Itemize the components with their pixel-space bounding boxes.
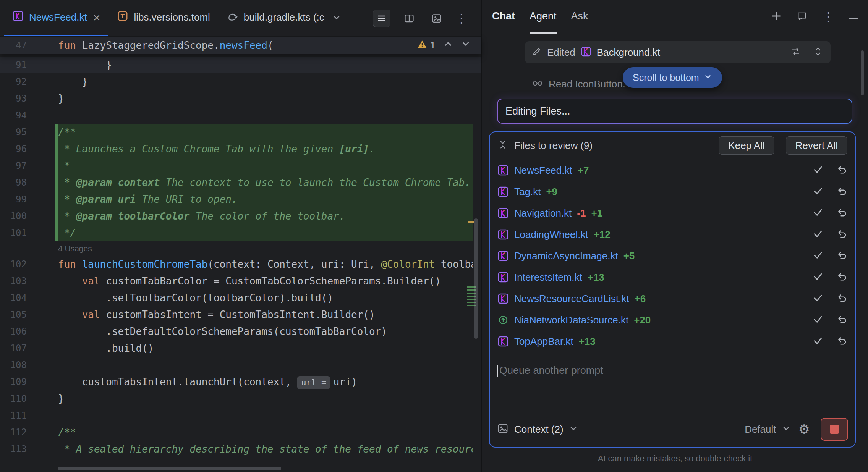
code-line[interactable]: 98 * @param context The context to use t… <box>0 174 481 191</box>
image-preview-icon[interactable] <box>428 10 445 27</box>
editor-vertical-scrollbar[interactable] <box>474 218 478 339</box>
file-link[interactable]: DynamicAsyncImage.kt <box>514 250 618 262</box>
add-image-icon[interactable] <box>497 422 509 436</box>
code-line[interactable]: 93} <box>0 90 481 107</box>
gear-icon[interactable]: ⚙ <box>798 423 810 436</box>
revert-file-icon[interactable] <box>836 207 847 220</box>
code-line[interactable]: 105 val customTabsIntent = CustomTabsInt… <box>0 306 481 323</box>
line-number[interactable]: 93 <box>0 90 27 107</box>
accept-check-icon[interactable] <box>812 185 824 198</box>
chevron-down-icon[interactable] <box>782 424 791 435</box>
kebab-menu-icon[interactable]: ⋮ <box>455 12 468 24</box>
revert-file-icon[interactable] <box>836 249 847 262</box>
accept-check-icon[interactable] <box>812 228 824 241</box>
line-number[interactable]: 110 <box>0 390 27 407</box>
revert-all-button[interactable]: Revert All <box>786 136 847 155</box>
line-number[interactable]: 105 <box>0 306 27 323</box>
file-review-row[interactable]: TopAppBar.kt+13 <box>490 331 855 352</box>
code-line[interactable]: 101 */ <box>0 225 481 241</box>
file-review-row[interactable]: NiaNetworkDataSource.kt+20 <box>490 309 855 331</box>
new-chat-icon[interactable] <box>771 11 782 23</box>
accept-check-icon[interactable] <box>812 249 824 262</box>
code-line[interactable]: 100 * @param toolbarColor The color of t… <box>0 208 481 225</box>
file-review-row[interactable]: LoadingWheel.kt+12 <box>490 224 855 245</box>
tab-newsfeed[interactable]: NewsFeed.kt × <box>4 0 108 36</box>
prompt-input[interactable]: Queue another prompt <box>490 356 855 415</box>
line-number[interactable]: 91 <box>0 57 27 73</box>
line-number[interactable]: 113 <box>0 441 27 457</box>
model-selector[interactable]: Default <box>745 424 776 435</box>
sticky-context-line[interactable]: 47 fun LazyStaggeredGridScope.newsFeed( … <box>0 37 481 54</box>
line-number[interactable]: 95 <box>0 124 27 141</box>
line-number[interactable]: 102 <box>0 256 27 273</box>
context-selector[interactable]: Context (2) <box>514 424 564 435</box>
close-icon[interactable]: × <box>93 11 100 24</box>
line-number[interactable]: 107 <box>0 340 27 357</box>
file-review-row[interactable]: NewsFeed.kt+7 <box>490 160 855 181</box>
line-number[interactable]: 104 <box>0 289 27 306</box>
file-review-row[interactable]: NewsResourceCardList.kt+6 <box>490 288 855 309</box>
revert-file-icon[interactable] <box>836 314 847 327</box>
code-line[interactable]: 91 } <box>0 57 481 73</box>
file-review-row[interactable]: InterestsItem.kt+13 <box>490 267 855 288</box>
code-line[interactable]: 104 .setToolbarColor(toolbarColor).build… <box>0 289 481 306</box>
read-file-row[interactable]: Read IconButton. <box>532 76 625 92</box>
chat-history-icon[interactable] <box>796 10 808 23</box>
file-link[interactable]: Tag.kt <box>514 186 541 198</box>
code-editor[interactable]: 91 }92 }93}9495/**96 * Launches a Custom… <box>0 54 481 472</box>
line-number[interactable]: 109 <box>0 373 27 390</box>
file-link[interactable]: TopAppBar.kt <box>514 336 573 348</box>
accept-check-icon[interactable] <box>812 271 824 284</box>
revert-file-icon[interactable] <box>836 271 847 284</box>
editor-horizontal-scrollbar[interactable] <box>58 467 281 470</box>
line-number[interactable]: 92 <box>0 73 27 90</box>
usages-hint[interactable]: 4 Usages <box>58 241 481 256</box>
kebab-menu-icon[interactable]: ⋮ <box>822 11 834 23</box>
code-line[interactable]: 113 * A sealed hierarchy describing the … <box>0 441 481 457</box>
code-line[interactable]: 107 .build() <box>0 340 481 357</box>
expand-collapse-icon[interactable] <box>812 46 824 59</box>
chat-scrollbar[interactable] <box>861 50 864 95</box>
code-line[interactable]: 103 val customTabBarColor = CustomTabCol… <box>0 273 481 289</box>
code-line[interactable]: 99 * @param uri The URI to open. <box>0 191 481 208</box>
accept-check-icon[interactable] <box>812 292 824 305</box>
line-number[interactable]: 112 <box>0 424 27 441</box>
file-review-row[interactable]: Tag.kt+9 <box>490 181 855 202</box>
line-number[interactable]: 103 <box>0 273 27 289</box>
code-line[interactable]: 111 <box>0 407 481 424</box>
code-line[interactable]: 110} <box>0 390 481 407</box>
revert-file-icon[interactable] <box>836 335 847 348</box>
code-line[interactable]: 92 } <box>0 73 481 90</box>
line-number[interactable]: 94 <box>0 107 27 124</box>
revert-file-icon[interactable] <box>836 228 847 241</box>
code-line[interactable]: 109 customTabsIntent.launchUrl(context, … <box>0 373 481 390</box>
keep-all-button[interactable]: Keep All <box>719 136 774 155</box>
diff-icon[interactable] <box>790 46 802 59</box>
file-link[interactable]: NewsFeed.kt <box>514 165 572 176</box>
edited-file-row[interactable]: Edited Background.kt <box>525 41 831 63</box>
tab-build-gradle[interactable]: build.gradle.kts (:c <box>219 0 350 36</box>
stop-button[interactable] <box>821 418 848 441</box>
file-link[interactable]: Navigation.kt <box>514 207 572 219</box>
code-line[interactable]: 108 <box>0 357 481 373</box>
chevron-down-icon[interactable] <box>461 39 471 52</box>
structure-view-icon[interactable] <box>373 10 390 27</box>
line-number[interactable]: 108 <box>0 357 27 373</box>
line-number[interactable]: 111 <box>0 407 27 424</box>
tab-agent[interactable]: Agent <box>530 0 557 34</box>
revert-file-icon[interactable] <box>836 292 847 305</box>
chevron-down-icon[interactable] <box>569 424 578 435</box>
tab-libs-versions[interactable]: libs.versions.toml <box>108 0 218 36</box>
scroll-to-bottom-button[interactable]: Scroll to bottom <box>623 67 722 88</box>
warning-badge[interactable]: 1 <box>417 40 436 51</box>
file-link[interactable]: NewsResourceCardList.kt <box>514 293 629 305</box>
line-number[interactable]: 97 <box>0 157 27 174</box>
chevron-down-icon[interactable] <box>332 13 341 22</box>
file-link[interactable]: NiaNetworkDataSource.kt <box>514 314 628 326</box>
line-number[interactable]: 96 <box>0 141 27 157</box>
code-line[interactable]: 97 * <box>0 157 481 174</box>
code-line[interactable]: 94 <box>0 107 481 124</box>
file-link[interactable]: LoadingWheel.kt <box>514 229 588 241</box>
line-number[interactable]: 101 <box>0 225 27 241</box>
code-line[interactable]: 112/** <box>0 424 481 441</box>
